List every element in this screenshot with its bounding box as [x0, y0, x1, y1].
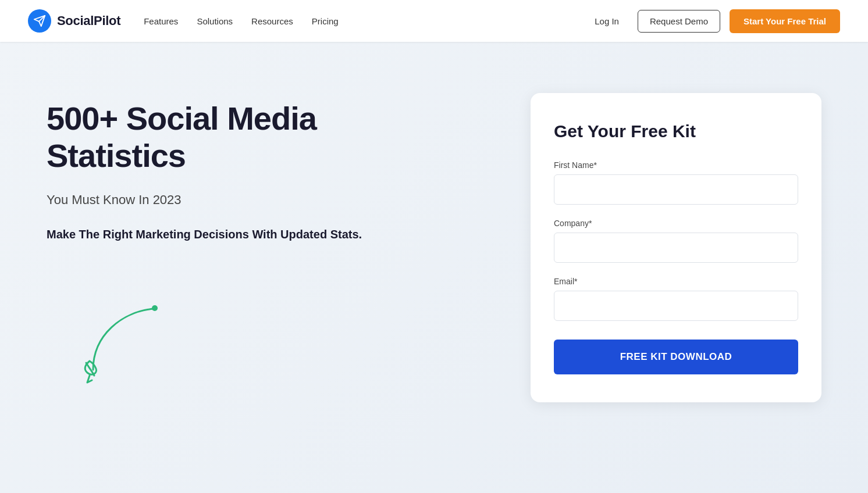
request-demo-button[interactable]: Request Demo: [638, 10, 720, 33]
main-content: 500+ Social Media Statistics You Must Kn…: [0, 42, 868, 493]
nav-solutions[interactable]: Solutions: [197, 16, 233, 26]
start-trial-button[interactable]: Start Your Free Trial: [730, 9, 840, 33]
first-name-group: First Name*: [554, 160, 798, 205]
form-card: Get Your Free Kit First Name* Company* E…: [531, 93, 821, 402]
company-group: Company*: [554, 219, 798, 263]
nav-features[interactable]: Features: [144, 16, 178, 26]
hero-body: Make The Right Marketing Decisions With …: [47, 226, 396, 243]
nav-links: Features Solutions Resources Pricing: [144, 16, 338, 26]
logo-text: SocialPilot: [57, 13, 120, 28]
login-button[interactable]: Log In: [585, 12, 628, 31]
logo[interactable]: SocialPilot: [28, 9, 120, 33]
hero-subheading: You Must Know In 2023: [47, 191, 396, 209]
email-group: Email*: [554, 277, 798, 321]
company-label: Company*: [554, 219, 798, 228]
email-label: Email*: [554, 277, 798, 286]
email-input[interactable]: [554, 291, 798, 321]
logo-icon: [28, 9, 51, 33]
hero-section: 500+ Social Media Statistics You Must Kn…: [47, 88, 396, 390]
navbar-left: SocialPilot Features Solutions Resources…: [28, 9, 339, 33]
form-title: Get Your Free Kit: [554, 121, 798, 142]
paper-plane-icon: [33, 15, 46, 27]
svg-point-0: [152, 305, 158, 311]
hero-heading: 500+ Social Media Statistics: [47, 100, 396, 175]
first-name-label: First Name*: [554, 160, 798, 170]
first-name-input[interactable]: [554, 174, 798, 205]
download-button[interactable]: FREE KIT DOWNLOAD: [554, 340, 798, 374]
nav-resources[interactable]: Resources: [251, 16, 293, 26]
nav-pricing[interactable]: Pricing: [312, 16, 339, 26]
navbar-right: Log In Request Demo Start Your Free Tria…: [585, 9, 840, 33]
navbar: SocialPilot Features Solutions Resources…: [0, 0, 868, 42]
company-input[interactable]: [554, 233, 798, 263]
arrow-doodle: [47, 294, 175, 387]
